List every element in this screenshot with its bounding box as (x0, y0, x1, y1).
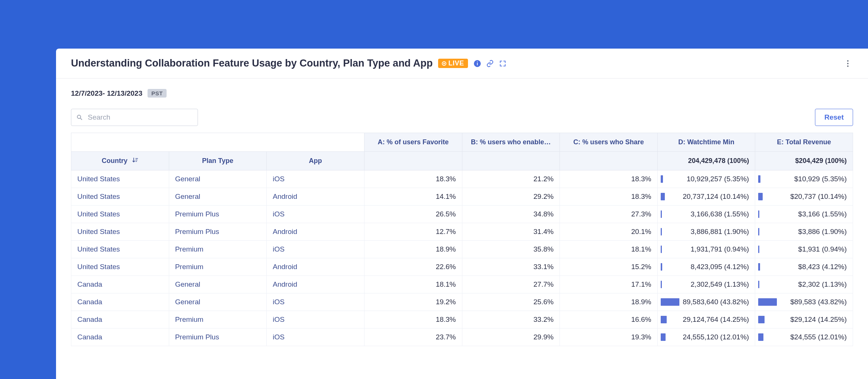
col-b-header[interactable]: B: % users who enable… (462, 133, 560, 152)
cell-c: 20.1% (560, 223, 658, 241)
cell-e: $2,302 (1.13%) (755, 276, 853, 293)
col-a-summary (364, 152, 462, 170)
metric-bar (661, 316, 667, 323)
card-header: Understanding Collaboration Feature Usag… (56, 49, 868, 78)
cell-a: 18.3% (364, 170, 462, 188)
col-e-header[interactable]: E: Total Revenue (755, 133, 853, 152)
cell-plan: General (169, 293, 267, 311)
svg-point-4 (847, 63, 849, 64)
cell-b: 33.1% (462, 258, 560, 276)
cell-e-value: $3,166 (1.55%) (798, 210, 847, 218)
metric-bar (758, 210, 759, 218)
cell-d: 3,166,638 (1.55%) (657, 206, 755, 223)
svg-rect-1 (477, 63, 478, 65)
metric-bar (758, 281, 759, 288)
cell-plan: General (169, 276, 267, 293)
reset-button[interactable]: Reset (815, 109, 853, 126)
col-country-label: Country (102, 157, 127, 164)
cell-a: 26.5% (364, 206, 462, 223)
cell-e: $24,555 (12.01%) (755, 329, 853, 346)
metric-bar (758, 175, 760, 183)
fullscreen-icon[interactable] (499, 59, 507, 68)
table-row[interactable]: CanadaPremiumiOS18.3%33.2%16.6%29,124,76… (71, 311, 853, 329)
cell-a: 12.7% (364, 223, 462, 241)
cell-e: $89,583 (43.82%) (755, 293, 853, 311)
cell-app: iOS (267, 329, 365, 346)
sort-desc-icon (132, 158, 138, 164)
col-plan-header[interactable]: Plan Type (169, 152, 267, 170)
col-c-header[interactable]: C: % users who Share (560, 133, 658, 152)
cell-app: iOS (267, 241, 365, 258)
cell-e-value: $10,929 (5.35%) (794, 175, 847, 183)
col-app-header[interactable]: App (267, 152, 365, 170)
cell-c: 16.6% (560, 311, 658, 329)
cell-e-value: $29,124 (14.25%) (790, 315, 847, 323)
metric-bar (661, 228, 662, 235)
col-d-header[interactable]: D: Watchtime Min (657, 133, 755, 152)
cell-d-value: 3,166,638 (1.55%) (691, 210, 749, 218)
cell-country: United States (71, 206, 169, 223)
cell-c: 18.3% (560, 170, 658, 188)
cell-b: 34.8% (462, 206, 560, 223)
timezone-badge: PST (148, 89, 167, 98)
cell-b: 25.6% (462, 293, 560, 311)
cell-d-value: 29,124,764 (14.25%) (683, 315, 749, 323)
sub-bar: 12/7/2023- 12/13/2023 PST (56, 78, 868, 98)
cell-d: 3,886,881 (1.90%) (657, 223, 755, 241)
cell-e-value: $3,886 (1.90%) (798, 228, 847, 235)
cell-d-value: 89,583,640 (43.82%) (683, 298, 749, 306)
date-range-text: 12/7/2023- 12/13/2023 (71, 89, 142, 98)
metric-bar (661, 333, 666, 341)
cell-b: 21.2% (462, 170, 560, 188)
cell-b: 27.7% (462, 276, 560, 293)
cell-a: 19.2% (364, 293, 462, 311)
more-menu-icon[interactable] (843, 58, 853, 69)
cell-app: iOS (267, 293, 365, 311)
cell-b: 29.2% (462, 188, 560, 206)
cell-e-value: $89,583 (43.82%) (790, 298, 847, 306)
cell-d: 10,929,257 (5.35%) (657, 170, 755, 188)
table-row[interactable]: CanadaGeneralAndroid18.1%27.7%17.1%2,302… (71, 276, 853, 293)
cell-b: 31.4% (462, 223, 560, 241)
cell-app: Android (267, 276, 365, 293)
table-row[interactable]: United StatesGeneralAndroid14.1%29.2%18.… (71, 188, 853, 206)
cell-app: Android (267, 188, 365, 206)
cell-a: 23.7% (364, 329, 462, 346)
cell-d: 20,737,124 (10.14%) (657, 188, 755, 206)
cell-d-value: 20,737,124 (10.14%) (683, 192, 749, 200)
search-input[interactable] (71, 109, 198, 126)
table-row[interactable]: United StatesPremiumiOS18.9%35.8%18.1%1,… (71, 241, 853, 258)
cell-c: 19.3% (560, 329, 658, 346)
cell-country: United States (71, 188, 169, 206)
link-icon[interactable] (486, 59, 494, 68)
svg-rect-2 (477, 61, 478, 62)
table-row[interactable]: United StatesPremiumAndroid22.6%33.1%15.… (71, 258, 853, 276)
table-row[interactable]: United StatesPremium PlusiOS26.5%34.8%27… (71, 206, 853, 223)
info-icon[interactable] (473, 59, 481, 68)
cell-a: 14.1% (364, 188, 462, 206)
cell-d-value: 3,886,881 (1.90%) (691, 228, 749, 235)
cell-d: 89,583,640 (43.82%) (657, 293, 755, 311)
metric-bar (661, 263, 663, 271)
cell-app: Android (267, 223, 365, 241)
cell-country: Canada (71, 329, 169, 346)
cell-plan: Premium Plus (169, 223, 267, 241)
cell-e-value: $2,302 (1.13%) (798, 280, 847, 288)
cell-c: 15.2% (560, 258, 658, 276)
col-d-summary: 204,429,478 (100%) (657, 152, 755, 170)
col-a-header[interactable]: A: % of users Favorite (364, 133, 462, 152)
cell-app: Android (267, 258, 365, 276)
col-country-header[interactable]: Country (71, 152, 169, 170)
table-row[interactable]: United StatesPremium PlusAndroid12.7%31.… (71, 223, 853, 241)
cell-d: 8,423,095 (4.12%) (657, 258, 755, 276)
cell-b: 35.8% (462, 241, 560, 258)
cell-e: $1,931 (0.94%) (755, 241, 853, 258)
table-row[interactable]: United StatesGeneraliOS18.3%21.2%18.3%10… (71, 170, 853, 188)
table-row[interactable]: CanadaGeneraliOS19.2%25.6%18.9%89,583,64… (71, 293, 853, 311)
cell-plan: Premium Plus (169, 329, 267, 346)
cell-d: 24,555,120 (12.01%) (657, 329, 755, 346)
date-range: 12/7/2023- 12/13/2023 PST (71, 89, 853, 98)
cell-d-value: 1,931,791 (0.94%) (691, 245, 749, 253)
table-row[interactable]: CanadaPremium PlusiOS23.7%29.9%19.3%24,5… (71, 329, 853, 346)
cell-e: $8,423 (4.12%) (755, 258, 853, 276)
